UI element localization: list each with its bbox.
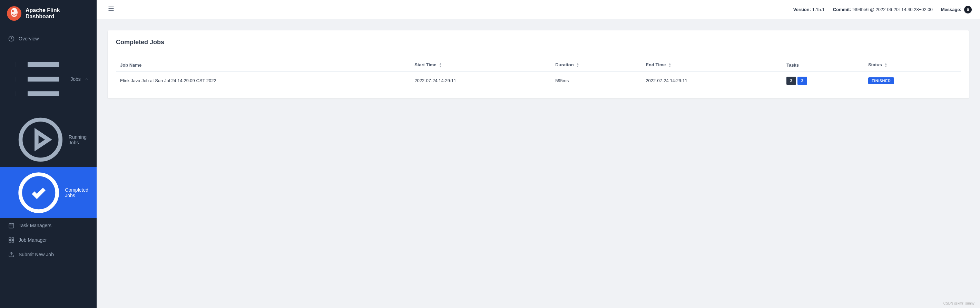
menu-toggle-button[interactable]	[105, 4, 117, 15]
sidebar-item-job-manager-label: Job Manager	[19, 237, 47, 243]
col-end-time[interactable]: End Time ▲▼	[641, 59, 782, 72]
svg-rect-13	[9, 223, 14, 228]
col-start-time[interactable]: Start Time ▲▼	[410, 59, 551, 72]
svg-point-2	[12, 10, 14, 12]
flink-logo-icon	[7, 6, 21, 21]
logo-area: Apache Flink Dashboard	[0, 0, 97, 27]
topbar: Version: 1.15.1 Commit: f494be6 @ 2022-0…	[97, 0, 980, 19]
topbar-info: Version: 1.15.1 Commit: f494be6 @ 2022-0…	[793, 6, 972, 13]
sidebar-item-running-jobs[interactable]: Running Jobs	[0, 112, 97, 167]
watermark: CSDN @xmr_sunny	[943, 302, 974, 305]
sort-icon-end-time: ▲▼	[668, 62, 671, 68]
col-tasks: Tasks	[782, 59, 864, 72]
content-area: Completed Jobs Job Name Start Time ▲▼ Du…	[97, 19, 980, 308]
svg-rect-19	[12, 241, 14, 243]
version-value: 1.15.1	[812, 7, 825, 12]
col-status[interactable]: Status ▲▼	[864, 59, 961, 72]
sidebar-nav: Overview Jobs Running Jobs	[0, 27, 97, 308]
sidebar-item-submit-new-job[interactable]: Submit New Job	[0, 247, 97, 262]
sidebar: Apache Flink Dashboard Overview Jobs	[0, 0, 97, 308]
jobs-submenu: Running Jobs Completed Jobs	[0, 112, 97, 218]
chevron-up-icon	[85, 77, 88, 81]
col-duration[interactable]: Duration ▲▼	[551, 59, 641, 72]
list-icon	[8, 50, 66, 108]
svg-marker-11	[37, 132, 49, 148]
task-badge-dark: 3	[786, 77, 796, 85]
cell-end-time: 2022-07-24 14:29:11	[641, 72, 782, 90]
table-row[interactable]: Flink Java Job at Sun Jul 24 14:29:09 CS…	[116, 72, 961, 90]
version-info: Version: 1.15.1	[793, 7, 825, 12]
sidebar-item-jobs[interactable]: Jobs	[0, 46, 97, 112]
commit-label: Commit:	[833, 7, 851, 12]
sidebar-item-overview-label: Overview	[19, 36, 39, 41]
cell-tasks: 3 3	[782, 72, 864, 90]
message-label: Message:	[941, 7, 961, 12]
svg-point-10	[21, 120, 61, 160]
status-badge: FINISHED	[868, 77, 894, 84]
hamburger-icon	[108, 5, 115, 12]
cell-status: FINISHED	[864, 72, 961, 90]
page-title: Completed Jobs	[116, 39, 961, 46]
commit-value: f494be6 @ 2022-06-20T14:40:28+02:00	[852, 7, 933, 12]
sidebar-item-jobs-label: Jobs	[70, 76, 81, 82]
task-badge-blue: 3	[797, 77, 807, 85]
sidebar-item-overview[interactable]: Overview	[0, 32, 97, 46]
table-header: Job Name Start Time ▲▼ Duration ▲▼ End T…	[116, 59, 961, 72]
completed-jobs-card: Completed Jobs Job Name Start Time ▲▼ Du…	[108, 30, 969, 98]
message-count-badge: 0	[964, 6, 972, 13]
cell-start-time: 2022-07-24 14:29:11	[410, 72, 551, 90]
sidebar-item-task-managers[interactable]: Task Managers	[0, 218, 97, 233]
calendar-icon	[8, 222, 14, 228]
svg-rect-17	[9, 238, 11, 239]
sidebar-item-completed-jobs-label: Completed Jobs	[65, 187, 88, 198]
grid-icon	[8, 237, 14, 243]
check-circle-icon	[17, 171, 61, 215]
version-label: Version:	[793, 7, 811, 12]
sort-icon-status: ▲▼	[885, 62, 887, 68]
commit-info: Commit: f494be6 @ 2022-06-20T14:40:28+02…	[833, 7, 933, 12]
svg-rect-20	[9, 241, 11, 243]
table-header-row: Job Name Start Time ▲▼ Duration ▲▼ End T…	[116, 59, 961, 72]
card-divider	[116, 53, 961, 53]
table-body: Flink Java Job at Sun Jul 24 14:29:09 CS…	[116, 72, 961, 90]
main-area: Version: 1.15.1 Commit: f494be6 @ 2022-0…	[97, 0, 980, 308]
cell-duration: 595ms	[551, 72, 641, 90]
svg-point-1	[11, 8, 18, 17]
play-icon	[17, 116, 65, 164]
upload-icon	[8, 251, 14, 258]
logo-text: Apache Flink Dashboard	[25, 7, 90, 20]
col-job-name: Job Name	[116, 59, 410, 72]
sidebar-item-completed-jobs[interactable]: Completed Jobs	[0, 167, 97, 218]
jobs-table: Job Name Start Time ▲▼ Duration ▲▼ End T…	[116, 59, 961, 90]
sidebar-item-task-managers-label: Task Managers	[19, 223, 51, 228]
sort-icon-duration: ▲▼	[576, 62, 579, 68]
svg-rect-18	[12, 238, 14, 239]
sort-icon-start-time: ▲▼	[439, 62, 442, 68]
tasks-cell-wrapper: 3 3	[786, 77, 860, 85]
clock-icon	[8, 35, 14, 42]
message-info: Message: 0	[941, 6, 972, 13]
cell-job-name: Flink Java Job at Sun Jul 24 14:29:09 CS…	[116, 72, 410, 90]
sidebar-item-submit-new-job-label: Submit New Job	[19, 252, 54, 257]
sidebar-item-job-manager[interactable]: Job Manager	[0, 233, 97, 247]
sidebar-item-running-jobs-label: Running Jobs	[69, 134, 88, 145]
